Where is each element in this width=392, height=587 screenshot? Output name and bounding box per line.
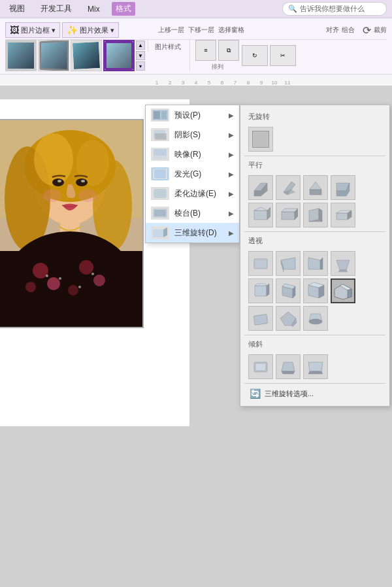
style-item-2[interactable] bbox=[38, 40, 69, 71]
dropdown-item-preset[interactable]: 预设(P) ▶ bbox=[146, 105, 239, 125]
dropdown-item-soften[interactable]: 柔化边缘(E) ▶ bbox=[146, 184, 239, 203]
menu-view[interactable]: 视图 bbox=[5, 2, 29, 16]
dropdown-item-glow[interactable]: 发光(G) ▶ bbox=[146, 164, 239, 184]
reflect-arrow: ▶ bbox=[229, 151, 234, 158]
bevel-arrow: ▶ bbox=[229, 210, 234, 217]
3drotate-label: 三维旋转(D) bbox=[174, 227, 217, 239]
dropdown-item-shadow[interactable]: 阴影(S) ▶ bbox=[146, 125, 239, 144]
shape-p4[interactable] bbox=[331, 175, 355, 200]
menu-mix[interactable]: Mix bbox=[84, 3, 104, 15]
shape-none[interactable] bbox=[248, 127, 273, 152]
shape-t11[interactable] bbox=[303, 306, 328, 331]
svg-marker-68 bbox=[338, 270, 348, 272]
arrange-uplayer[interactable]: 上移一层 bbox=[158, 25, 184, 35]
style-scroll-up[interactable]: ▲ bbox=[136, 41, 145, 50]
svg-marker-67 bbox=[336, 260, 350, 270]
photo-placeholder[interactable] bbox=[0, 119, 144, 328]
preset-icon bbox=[151, 109, 169, 122]
arrange-crop[interactable]: 裁剪 bbox=[374, 25, 387, 35]
section-tilt-title: 倾斜 bbox=[244, 337, 385, 352]
tick: 11 bbox=[281, 80, 294, 86]
style-scroll-expand[interactable]: ▾ bbox=[136, 61, 145, 71]
shape-t6[interactable] bbox=[276, 278, 301, 303]
pic-effect-button[interactable]: ✨ 图片效果 ▾ bbox=[62, 22, 119, 38]
pic-effect-label: 图片效果 bbox=[80, 25, 108, 35]
shape-t9[interactable] bbox=[248, 306, 273, 331]
style-item-4[interactable] bbox=[103, 40, 135, 71]
p8-icon bbox=[333, 205, 353, 225]
3drotate-options-link[interactable]: 🔄 三维旋转选项... bbox=[244, 385, 385, 402]
t5-icon bbox=[251, 281, 270, 301]
menu-format[interactable]: 格式 bbox=[112, 2, 135, 16]
crop-btn[interactable]: ✂ bbox=[270, 45, 296, 66]
pic-border-button[interactable]: 🖼 图片边框 ▾ bbox=[5, 22, 60, 38]
svg-point-10 bbox=[57, 180, 61, 182]
shape-p2[interactable] bbox=[276, 175, 301, 200]
pic-border-label: 图片边框 bbox=[21, 25, 50, 35]
tick: 1 bbox=[150, 80, 163, 86]
svg-marker-57 bbox=[319, 209, 322, 222]
shape-p1[interactable] bbox=[248, 175, 273, 200]
arrange-group-btn[interactable]: ⧉ bbox=[218, 40, 239, 61]
svg-point-9 bbox=[76, 178, 88, 186]
p1-icon bbox=[251, 178, 270, 197]
svg-rect-33 bbox=[154, 156, 167, 159]
shape-p7[interactable] bbox=[303, 203, 328, 227]
svg-rect-28 bbox=[154, 111, 160, 119]
dropdown-item-bevel[interactable]: 棱台(B) ▶ bbox=[146, 203, 239, 223]
style-item-3[interactable] bbox=[71, 40, 102, 71]
glow-arrow: ▶ bbox=[229, 171, 234, 178]
shape-i2[interactable] bbox=[276, 354, 301, 379]
tilt-grid bbox=[244, 352, 385, 382]
svg-point-26 bbox=[78, 286, 81, 288]
shape-p3[interactable] bbox=[303, 175, 328, 200]
shape-t10[interactable] bbox=[276, 306, 301, 331]
arrange-align[interactable]: 对齐 bbox=[326, 25, 339, 35]
svg-rect-62 bbox=[254, 259, 267, 269]
style-item-1[interactable] bbox=[5, 40, 37, 71]
shape-t4[interactable] bbox=[331, 251, 355, 276]
shadow-icon bbox=[151, 128, 169, 141]
shape-t3[interactable] bbox=[303, 251, 328, 276]
menu-devtools[interactable]: 开发工具 bbox=[37, 2, 76, 16]
arrange-group[interactable]: 组合 bbox=[342, 25, 355, 35]
rotate-btn[interactable]: ↻ bbox=[242, 45, 268, 66]
divider-2 bbox=[244, 231, 385, 232]
svg-point-22 bbox=[68, 285, 78, 295]
shape-p8[interactable] bbox=[331, 203, 355, 227]
shape-i3[interactable] bbox=[303, 354, 328, 379]
t9-icon bbox=[251, 309, 270, 328]
shape-t8-selected[interactable] bbox=[331, 278, 355, 303]
svg-marker-88 bbox=[282, 362, 295, 371]
t4-icon bbox=[333, 254, 353, 273]
tick: 4 bbox=[189, 80, 203, 86]
dropdown-item-3drotate[interactable]: 三维旋转(D) ▶ bbox=[146, 223, 239, 243]
style-scroll-down[interactable]: ▼ bbox=[136, 51, 145, 60]
p2-icon bbox=[278, 178, 298, 197]
i1-icon bbox=[251, 357, 270, 377]
search-box[interactable]: 🔍 告诉我你想要做什么 bbox=[282, 2, 387, 16]
t7-icon bbox=[306, 281, 325, 301]
dropdown-menu: 预设(P) ▶ 阴影(S) ▶ 映像(R) ▶ 发光(G) ▶ bbox=[145, 105, 240, 243]
dropdown-item-reflect[interactable]: 映像(R) ▶ bbox=[146, 144, 239, 164]
divider-4 bbox=[244, 383, 385, 384]
svg-marker-40 bbox=[163, 227, 167, 237]
shape-p5[interactable] bbox=[248, 203, 273, 227]
shape-t2[interactable] bbox=[276, 251, 301, 276]
p4-icon bbox=[333, 178, 353, 197]
p3-icon bbox=[306, 178, 325, 197]
arrange-align-btn[interactable]: ≡ bbox=[195, 40, 216, 61]
shape-t1[interactable] bbox=[248, 251, 273, 276]
shape-t5[interactable] bbox=[248, 278, 273, 303]
shape-p6[interactable] bbox=[276, 203, 301, 227]
shape-t7[interactable] bbox=[303, 278, 328, 303]
svg-rect-53 bbox=[282, 212, 295, 220]
arrange-select-pane[interactable]: 选择窗格 bbox=[218, 25, 244, 35]
svg-point-20 bbox=[79, 260, 93, 275]
svg-marker-59 bbox=[336, 213, 348, 220]
shape-i1[interactable] bbox=[248, 354, 273, 379]
ruler: 1 2 3 4 5 6 7 8 9 10 11 bbox=[0, 75, 392, 86]
arrange-rotate[interactable]: ⟳ bbox=[363, 24, 371, 37]
svg-rect-50 bbox=[254, 210, 267, 220]
arrange-downlayer[interactable]: 下移一层 bbox=[188, 25, 214, 35]
